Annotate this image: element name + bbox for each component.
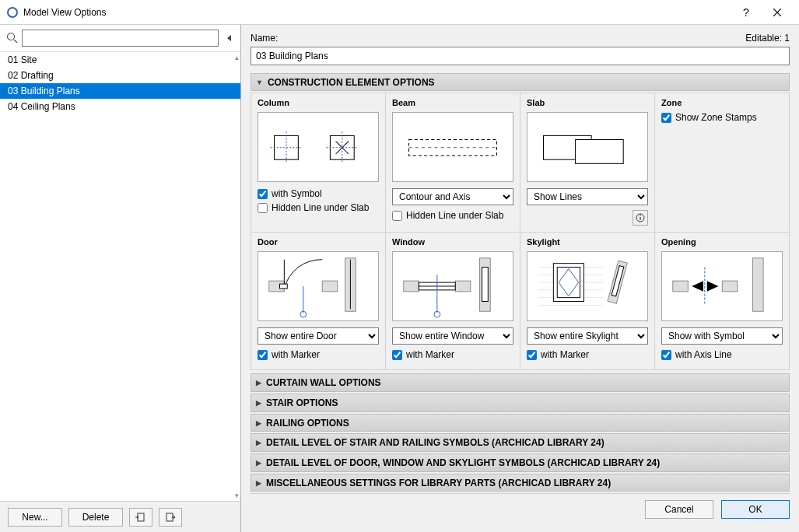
opening-select[interactable]: Show with Symbol <box>661 327 783 345</box>
svg-rect-24 <box>322 281 338 292</box>
section-detail-door[interactable]: ▶DETAIL LEVEL OF DOOR, WINDOW AND SKYLIG… <box>251 453 790 472</box>
svg-rect-38 <box>482 268 488 302</box>
svg-rect-31 <box>403 281 419 292</box>
svg-rect-26 <box>279 284 287 289</box>
skylight-preview <box>527 251 648 321</box>
svg-rect-32 <box>455 281 471 292</box>
svg-rect-51 <box>722 281 738 292</box>
new-button[interactable]: New... <box>8 508 62 527</box>
section-misc[interactable]: ▶MISCELLANEOUS SETTINGS FOR LIBRARY PART… <box>251 474 790 492</box>
section-construction[interactable]: ▼ CONSTRUCTION ELEMENT OPTIONS <box>251 73 790 92</box>
info-button[interactable] <box>633 210 648 226</box>
opening-title: Opening <box>661 237 783 247</box>
beam-cell: Beam Contour and Axis Hidden Line under … <box>386 93 520 233</box>
zone-cell: Zone Show Zone Stamps <box>655 93 790 233</box>
beam-title: Beam <box>392 98 513 107</box>
slab-select[interactable]: Show Lines <box>527 188 648 205</box>
search-icon <box>6 32 19 44</box>
column-title: Column <box>258 98 379 107</box>
opening-preview <box>661 251 783 321</box>
titlebar: Model View Options ? <box>0 0 799 25</box>
name-label: Name: <box>251 33 278 44</box>
door-cell: Door Show entire Door with <box>251 233 386 370</box>
svg-rect-50 <box>672 281 688 292</box>
section-detail-stair[interactable]: ▶DETAIL LEVEL OF STAIR AND RAILING SYMBO… <box>251 433 790 452</box>
svg-rect-19 <box>576 139 624 163</box>
slab-title: Slab <box>527 98 648 107</box>
list-item[interactable]: 01 Site <box>0 52 240 68</box>
window-preview <box>392 251 513 321</box>
door-title: Door <box>258 237 379 247</box>
svg-rect-55 <box>752 258 763 311</box>
skylight-title: Skylight <box>527 237 648 247</box>
svg-line-4 <box>14 40 17 43</box>
beam-select[interactable]: Contour and Axis <box>392 188 513 205</box>
skylight-cell: Skylight Show en <box>520 233 655 370</box>
section-railing[interactable]: ▶RAILING OPTIONS <box>251 414 790 432</box>
skylight-with-marker[interactable]: with Marker <box>527 349 648 360</box>
column-with-symbol[interactable]: with Symbol <box>258 188 379 199</box>
column-preview <box>258 112 379 182</box>
opening-cell: Opening Show with Symbol with Axis Line <box>655 233 790 370</box>
svg-point-21 <box>640 215 641 217</box>
window-cell: Window Show entire Window with Marker <box>386 233 520 370</box>
main-panel: Name: Editable: 1 ▼ CONSTRUCTION ELEMENT… <box>241 25 799 532</box>
list-item[interactable]: 02 Drafting <box>0 68 240 83</box>
svg-point-3 <box>8 33 15 40</box>
slab-cell: Slab Show Lines <box>520 93 655 233</box>
search-input[interactable] <box>22 30 219 47</box>
ok-button[interactable]: OK <box>721 500 790 519</box>
door-preview <box>258 251 379 321</box>
column-cell: Column with Symbol Hidden Line under Sla <box>251 93 386 233</box>
list-item[interactable]: 03 Building Plans <box>0 83 240 99</box>
sidebar: ▴ 01 Site 02 Drafting 03 Building Plans … <box>0 25 241 532</box>
app-icon <box>6 6 19 19</box>
svg-marker-52 <box>692 281 703 292</box>
construction-options-grid: Column with Symbol Hidden Line under Sla <box>251 93 790 370</box>
list-item[interactable]: 04 Ceiling Plans <box>0 99 240 114</box>
scroll-down-icon[interactable]: ▾ <box>235 492 239 499</box>
zone-show-stamps[interactable]: Show Zone Stamps <box>661 112 783 123</box>
beam-hidden-line[interactable]: Hidden Line under Slab <box>392 210 513 221</box>
collapse-left-icon[interactable] <box>225 33 234 43</box>
window-title: Window <box>392 237 513 247</box>
export-button[interactable] <box>159 508 182 527</box>
options-list[interactable]: ▴ 01 Site 02 Drafting 03 Building Plans … <box>0 51 240 501</box>
cancel-button[interactable]: Cancel <box>645 500 713 519</box>
column-hidden-line[interactable]: Hidden Line under Slab <box>258 202 379 213</box>
help-button[interactable]: ? <box>731 0 762 25</box>
editable-label: Editable: 1 <box>745 33 790 44</box>
opening-with-axis[interactable]: with Axis Line <box>661 349 783 360</box>
import-button[interactable] <box>129 508 152 527</box>
skylight-select[interactable]: Show entire Skylight <box>527 327 648 345</box>
svg-rect-7 <box>166 513 173 521</box>
chevron-right-icon: ▶ <box>256 419 261 427</box>
svg-marker-53 <box>706 281 718 292</box>
zone-title: Zone <box>661 98 783 107</box>
section-curtain[interactable]: ▶CURTAIN WALL OPTIONS <box>251 373 790 392</box>
close-button[interactable] <box>762 0 793 25</box>
svg-marker-5 <box>227 35 231 41</box>
slab-preview <box>527 112 648 182</box>
section-stair[interactable]: ▶STAIR OPTIONS <box>251 394 790 412</box>
beam-preview <box>392 112 513 182</box>
window-select[interactable]: Show entire Window <box>392 327 513 345</box>
scroll-up-icon[interactable]: ▴ <box>235 54 239 61</box>
chevron-right-icon: ▶ <box>256 439 261 446</box>
window-with-marker[interactable]: with Marker <box>392 349 513 360</box>
delete-button[interactable]: Delete <box>68 508 123 527</box>
chevron-right-icon: ▶ <box>256 379 261 387</box>
chevron-down-icon: ▼ <box>256 79 263 86</box>
door-select[interactable]: Show entire Door <box>258 327 379 345</box>
chevron-right-icon: ▶ <box>256 399 261 407</box>
chevron-right-icon: ▶ <box>256 479 261 487</box>
name-input[interactable] <box>251 47 790 65</box>
window-title: Model View Options <box>23 7 731 18</box>
svg-point-0 <box>8 8 17 17</box>
chevron-right-icon: ▶ <box>256 459 261 467</box>
door-with-marker[interactable]: with Marker <box>258 349 379 360</box>
